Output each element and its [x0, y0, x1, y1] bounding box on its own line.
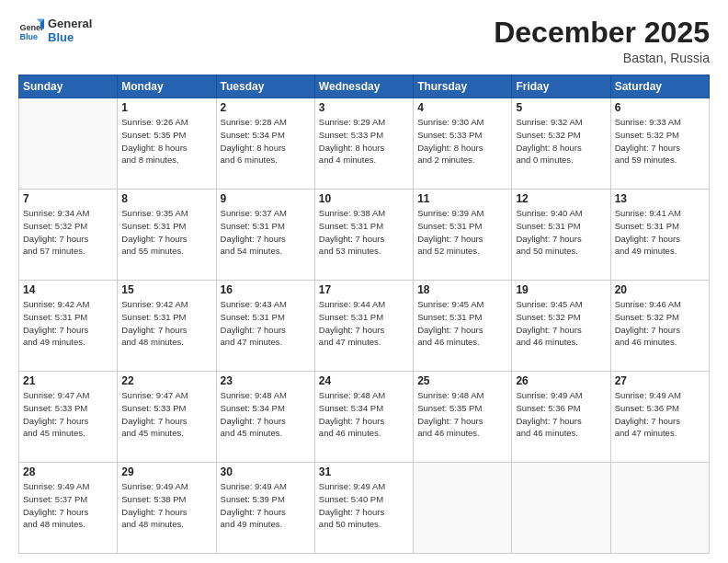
header: General Blue General Blue December 2025 …: [18, 17, 710, 65]
day-number: 1: [121, 101, 211, 114]
day-info: Sunrise: 9:49 AMSunset: 5:37 PMDaylight:…: [23, 480, 113, 531]
day-info: Sunrise: 9:48 AMSunset: 5:34 PMDaylight:…: [221, 389, 311, 440]
day-number: 18: [417, 283, 507, 296]
day-number: 13: [615, 192, 705, 205]
calendar-week-5: 28Sunrise: 9:49 AMSunset: 5:37 PMDayligh…: [19, 463, 710, 554]
day-number: 27: [615, 374, 705, 387]
day-number: 23: [221, 374, 311, 387]
calendar-cell: 25Sunrise: 9:48 AMSunset: 5:35 PMDayligh…: [414, 372, 512, 463]
calendar-cell: 4Sunrise: 9:30 AMSunset: 5:33 PMDaylight…: [414, 98, 512, 190]
calendar-cell: [19, 98, 118, 190]
weekday-header-friday: Friday: [512, 75, 610, 98]
calendar-cell: 5Sunrise: 9:32 AMSunset: 5:32 PMDaylight…: [512, 98, 610, 190]
day-info: Sunrise: 9:42 AMSunset: 5:31 PMDaylight:…: [121, 298, 211, 349]
day-info: Sunrise: 9:33 AMSunset: 5:32 PMDaylight:…: [615, 116, 705, 167]
weekday-header-sunday: Sunday: [19, 75, 118, 98]
calendar-cell: [512, 463, 610, 554]
day-info: Sunrise: 9:46 AMSunset: 5:32 PMDaylight:…: [615, 298, 705, 349]
day-number: 12: [516, 192, 606, 205]
calendar-week-4: 21Sunrise: 9:47 AMSunset: 5:33 PMDayligh…: [19, 372, 710, 463]
day-number: 30: [221, 465, 311, 478]
day-number: 16: [221, 283, 311, 296]
calendar-cell: 1Sunrise: 9:26 AMSunset: 5:35 PMDaylight…: [118, 98, 216, 190]
day-number: 6: [615, 101, 705, 114]
day-number: 22: [121, 374, 211, 387]
day-number: 20: [615, 283, 705, 296]
calendar-cell: 10Sunrise: 9:38 AMSunset: 5:31 PMDayligh…: [314, 190, 413, 281]
svg-text:Blue: Blue: [19, 32, 38, 41]
calendar-table: SundayMondayTuesdayWednesdayThursdayFrid…: [18, 75, 710, 554]
calendar-cell: 14Sunrise: 9:42 AMSunset: 5:31 PMDayligh…: [19, 281, 118, 372]
day-number: 25: [417, 374, 507, 387]
calendar-cell: 3Sunrise: 9:29 AMSunset: 5:33 PMDaylight…: [314, 98, 413, 190]
day-info: Sunrise: 9:40 AMSunset: 5:31 PMDaylight:…: [516, 207, 606, 258]
weekday-header-tuesday: Tuesday: [216, 75, 314, 98]
calendar-cell: 7Sunrise: 9:34 AMSunset: 5:32 PMDaylight…: [19, 190, 118, 281]
calendar-cell: 6Sunrise: 9:33 AMSunset: 5:32 PMDaylight…: [610, 98, 709, 190]
month-title: December 2025: [494, 17, 710, 49]
day-info: Sunrise: 9:47 AMSunset: 5:33 PMDaylight:…: [121, 389, 211, 440]
day-info: Sunrise: 9:32 AMSunset: 5:32 PMDaylight:…: [516, 116, 606, 167]
weekday-header-thursday: Thursday: [414, 75, 512, 98]
day-info: Sunrise: 9:30 AMSunset: 5:33 PMDaylight:…: [417, 116, 507, 167]
day-info: Sunrise: 9:39 AMSunset: 5:31 PMDaylight:…: [417, 207, 507, 258]
day-info: Sunrise: 9:35 AMSunset: 5:31 PMDaylight:…: [121, 207, 211, 258]
day-number: 21: [23, 374, 113, 387]
calendar-week-3: 14Sunrise: 9:42 AMSunset: 5:31 PMDayligh…: [19, 281, 710, 372]
day-info: Sunrise: 9:37 AMSunset: 5:31 PMDaylight:…: [221, 207, 311, 258]
day-number: 31: [319, 465, 409, 478]
day-number: 24: [319, 374, 409, 387]
calendar-cell: 26Sunrise: 9:49 AMSunset: 5:36 PMDayligh…: [512, 372, 610, 463]
calendar-body: 1Sunrise: 9:26 AMSunset: 5:35 PMDaylight…: [19, 98, 710, 554]
day-number: 8: [121, 192, 211, 205]
day-info: Sunrise: 9:34 AMSunset: 5:32 PMDaylight:…: [23, 207, 113, 258]
calendar-week-1: 1Sunrise: 9:26 AMSunset: 5:35 PMDaylight…: [19, 98, 710, 190]
title-block: December 2025 Bastan, Russia: [494, 17, 710, 65]
day-number: 7: [23, 192, 113, 205]
calendar-cell: 18Sunrise: 9:45 AMSunset: 5:31 PMDayligh…: [414, 281, 512, 372]
calendar-cell: 19Sunrise: 9:45 AMSunset: 5:32 PMDayligh…: [512, 281, 610, 372]
day-number: 14: [23, 283, 113, 296]
day-info: Sunrise: 9:49 AMSunset: 5:40 PMDaylight:…: [319, 480, 409, 531]
calendar-cell: 31Sunrise: 9:49 AMSunset: 5:40 PMDayligh…: [314, 463, 413, 554]
day-info: Sunrise: 9:48 AMSunset: 5:35 PMDaylight:…: [417, 389, 507, 440]
day-number: 5: [516, 101, 606, 114]
calendar-cell: [414, 463, 512, 554]
day-info: Sunrise: 9:41 AMSunset: 5:31 PMDaylight:…: [615, 207, 705, 258]
logo-icon: General Blue: [18, 17, 44, 43]
day-number: 10: [319, 192, 409, 205]
weekday-header-monday: Monday: [118, 75, 216, 98]
calendar-cell: 17Sunrise: 9:44 AMSunset: 5:31 PMDayligh…: [314, 281, 413, 372]
calendar-cell: 13Sunrise: 9:41 AMSunset: 5:31 PMDayligh…: [610, 190, 709, 281]
day-number: 29: [121, 465, 211, 478]
day-info: Sunrise: 9:49 AMSunset: 5:36 PMDaylight:…: [516, 389, 606, 440]
day-info: Sunrise: 9:47 AMSunset: 5:33 PMDaylight:…: [23, 389, 113, 440]
day-info: Sunrise: 9:26 AMSunset: 5:35 PMDaylight:…: [121, 116, 211, 167]
calendar-week-2: 7Sunrise: 9:34 AMSunset: 5:32 PMDaylight…: [19, 190, 710, 281]
day-number: 11: [417, 192, 507, 205]
day-info: Sunrise: 9:43 AMSunset: 5:31 PMDaylight:…: [221, 298, 311, 349]
day-number: 17: [319, 283, 409, 296]
calendar-cell: 22Sunrise: 9:47 AMSunset: 5:33 PMDayligh…: [118, 372, 216, 463]
calendar-cell: 24Sunrise: 9:48 AMSunset: 5:34 PMDayligh…: [314, 372, 413, 463]
calendar-cell: 23Sunrise: 9:48 AMSunset: 5:34 PMDayligh…: [216, 372, 314, 463]
weekday-header-saturday: Saturday: [610, 75, 709, 98]
day-info: Sunrise: 9:42 AMSunset: 5:31 PMDaylight:…: [23, 298, 113, 349]
logo-line2: Blue: [48, 30, 92, 44]
calendar-cell: 20Sunrise: 9:46 AMSunset: 5:32 PMDayligh…: [610, 281, 709, 372]
day-number: 19: [516, 283, 606, 296]
day-number: 4: [417, 101, 507, 114]
day-number: 28: [23, 465, 113, 478]
calendar-cell: 16Sunrise: 9:43 AMSunset: 5:31 PMDayligh…: [216, 281, 314, 372]
calendar-cell: 30Sunrise: 9:49 AMSunset: 5:39 PMDayligh…: [216, 463, 314, 554]
calendar-cell: [610, 463, 709, 554]
calendar-cell: 15Sunrise: 9:42 AMSunset: 5:31 PMDayligh…: [118, 281, 216, 372]
day-number: 3: [319, 101, 409, 114]
day-info: Sunrise: 9:29 AMSunset: 5:33 PMDaylight:…: [319, 116, 409, 167]
day-number: 9: [221, 192, 311, 205]
calendar-cell: 11Sunrise: 9:39 AMSunset: 5:31 PMDayligh…: [414, 190, 512, 281]
day-info: Sunrise: 9:48 AMSunset: 5:34 PMDaylight:…: [319, 389, 409, 440]
day-info: Sunrise: 9:49 AMSunset: 5:36 PMDaylight:…: [615, 389, 705, 440]
location: Bastan, Russia: [494, 51, 710, 65]
calendar-header-row: SundayMondayTuesdayWednesdayThursdayFrid…: [19, 75, 710, 98]
